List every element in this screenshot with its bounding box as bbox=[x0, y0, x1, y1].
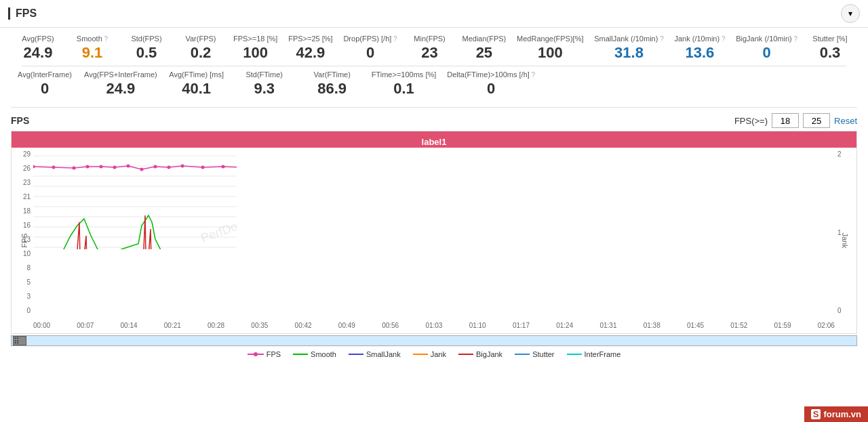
x-tick: 01:31 bbox=[599, 322, 616, 329]
chart-label-bar: label1 bbox=[12, 131, 856, 148]
stat-std-ftime: Std(FTime)9.3 bbox=[231, 69, 298, 99]
stat-label-ftime-gte100: FTime>=100ms [%] bbox=[372, 70, 437, 79]
x-tick: 00:42 bbox=[295, 322, 312, 329]
legend-color-interframe-legend bbox=[567, 354, 582, 355]
stat-label-smooth: Smooth ? bbox=[77, 35, 108, 43]
stat-median-fps: Median(FPS)25 bbox=[457, 33, 512, 63]
stat-label-medrange-fps: MedRange(FPS)[%] bbox=[517, 35, 583, 43]
stat-label-fps-gte18: FPS>=18 [%] bbox=[233, 35, 277, 43]
fps-val2-input[interactable] bbox=[803, 113, 830, 128]
legend-item-stutter-legend: Stutter bbox=[515, 350, 554, 358]
y-tick-left: 8 bbox=[26, 264, 31, 272]
y-label-fps: FPS bbox=[20, 233, 28, 247]
stats-section: Avg(FPS)24.9Smooth ?9.1Std(FPS)0.5Var(FP… bbox=[0, 28, 868, 104]
svg-point-19 bbox=[167, 166, 171, 169]
stat-value-var-ftime: 86.9 bbox=[317, 80, 347, 98]
stat-smalljank: SmallJank (/10min) ?31.8 bbox=[589, 33, 669, 63]
stat-value-delta-ftime: 0 bbox=[487, 80, 495, 98]
legend-label-fps-legend: FPS bbox=[267, 350, 281, 358]
svg-point-15 bbox=[113, 166, 117, 169]
legend-item-bigjank-legend: BigJank bbox=[458, 350, 502, 358]
stat-label-jank: Jank (/10min) ? bbox=[674, 35, 725, 43]
fps-val1-input[interactable] bbox=[772, 113, 799, 128]
svg-point-13 bbox=[86, 165, 90, 169]
y-tick-left: 26 bbox=[23, 165, 31, 172]
stat-value-std-fps: 0.5 bbox=[136, 44, 157, 62]
x-tick: 00:07 bbox=[77, 322, 94, 329]
x-tick: 01:59 bbox=[774, 322, 791, 329]
sforum-text: forum.vn bbox=[823, 409, 861, 419]
x-tick: 01:24 bbox=[556, 322, 573, 329]
reset-button[interactable]: Reset bbox=[834, 116, 857, 126]
sforum-s: S bbox=[811, 409, 821, 419]
stat-label-avg-ftime: Avg(FTime) [ms] bbox=[169, 70, 224, 79]
stat-value-fps-gte18: 100 bbox=[243, 44, 268, 62]
stat-delta-ftime: Delta(FTime)>100ms [/h] ?0 bbox=[441, 69, 540, 99]
x-tick: 02:06 bbox=[818, 322, 835, 329]
header: FPS ▾ bbox=[0, 0, 868, 28]
stat-label-avg-fps: Avg(FPS) bbox=[22, 35, 54, 43]
fps-gte-label: FPS(>=) bbox=[734, 116, 768, 126]
stat-value-jank: 13.6 bbox=[686, 44, 715, 62]
svg-point-56 bbox=[254, 352, 258, 356]
stat-value-median-fps: 25 bbox=[476, 44, 492, 62]
x-axis: 00:0000:0700:1400:2100:2800:3500:4200:49… bbox=[33, 317, 835, 333]
legend-color-smalljank-legend bbox=[349, 354, 363, 355]
stat-label-median-fps: Median(FPS) bbox=[462, 35, 506, 43]
legend-color-stutter-legend bbox=[515, 354, 530, 355]
stat-label-bigjank: BigJank (/10min) ? bbox=[736, 35, 797, 43]
collapse-button[interactable]: ▾ bbox=[841, 4, 860, 23]
scrollbar-thumb[interactable]: ⠿ bbox=[13, 336, 26, 345]
y-label-jank: Jank bbox=[840, 232, 848, 248]
fps-controls: FPS(>=) Reset bbox=[734, 113, 857, 128]
legend-label-jank-legend: Jank bbox=[431, 350, 446, 358]
x-tick: 01:52 bbox=[730, 322, 747, 329]
legend-label-bigjank-legend: BigJank bbox=[476, 350, 502, 358]
legend-item-jank-legend: Jank bbox=[413, 350, 446, 358]
x-tick: 00:56 bbox=[382, 322, 399, 329]
svg-point-21 bbox=[201, 166, 205, 169]
legend: FPSSmoothSmallJankJankBigJankStutterInte… bbox=[0, 346, 868, 361]
stat-label-var-fps: Var(FPS) bbox=[185, 35, 216, 43]
page-title: FPS bbox=[8, 7, 37, 20]
stat-label-min-fps: Min(FPS) bbox=[414, 35, 445, 43]
stat-avg-fps-interframe: Avg(FPS+InterFrame)24.9 bbox=[79, 69, 163, 99]
stat-label-var-ftime: Var(FTime) bbox=[314, 70, 351, 79]
legend-item-fps-legend: FPS bbox=[248, 350, 281, 358]
legend-label-smooth-legend: Smooth bbox=[311, 350, 336, 358]
svg-point-14 bbox=[100, 165, 103, 169]
stat-label-avg-fps-interframe: Avg(FPS+InterFrame) bbox=[84, 70, 157, 79]
stat-label-smalljank: SmallJank (/10min) ? bbox=[594, 35, 663, 43]
stat-value-fps-gte25: 42.9 bbox=[296, 44, 325, 62]
stat-avg-fps: Avg(FPS)24.9 bbox=[11, 33, 65, 63]
stat-value-min-fps: 23 bbox=[421, 44, 437, 62]
stat-stutter: Stutter [%]0.3 bbox=[803, 33, 857, 63]
stat-std-fps: Std(FPS)0.5 bbox=[119, 33, 174, 63]
stat-value-var-fps: 0.2 bbox=[191, 44, 212, 62]
stat-value-drop-fps: 0 bbox=[366, 44, 374, 62]
y-axis-left: 29262321181613108530 bbox=[12, 148, 33, 317]
svg-point-10 bbox=[33, 165, 35, 169]
scrollbar-area[interactable]: ⠿ bbox=[11, 335, 857, 346]
stats-row-1: Avg(FPS)24.9Smooth ?9.1Std(FPS)0.5Var(FP… bbox=[11, 33, 857, 63]
svg-point-11 bbox=[52, 166, 56, 169]
y-tick-left: 5 bbox=[26, 278, 31, 286]
stat-label-std-fps: Std(FPS) bbox=[131, 35, 161, 43]
stat-label-delta-ftime: Delta(FTime)>100ms [/h] ? bbox=[447, 70, 535, 79]
chart-inner: 29262321181613108530 210 FPS Jank bbox=[12, 148, 856, 333]
stat-var-fps: Var(FPS)0.2 bbox=[174, 33, 228, 63]
watermark-1: PerfDog bbox=[199, 217, 237, 245]
y-tick-left: 29 bbox=[23, 150, 31, 158]
x-tick: 01:03 bbox=[425, 322, 442, 329]
stat-var-ftime: Var(FTime)86.9 bbox=[298, 69, 366, 99]
stat-value-avg-fps: 24.9 bbox=[24, 44, 53, 62]
x-tick: 01:17 bbox=[513, 322, 530, 329]
stat-value-stutter: 0.3 bbox=[820, 44, 841, 62]
svg-point-22 bbox=[222, 165, 225, 169]
x-tick: 00:14 bbox=[121, 322, 138, 329]
chart-svg: PerfDog PerfDog PerfDog bbox=[33, 148, 237, 249]
stat-bigjank: BigJank (/10min) ?0 bbox=[730, 33, 803, 63]
y-tick-left: 21 bbox=[23, 193, 31, 201]
svg-point-16 bbox=[127, 165, 130, 168]
legend-item-smooth-legend: Smooth bbox=[293, 350, 336, 358]
